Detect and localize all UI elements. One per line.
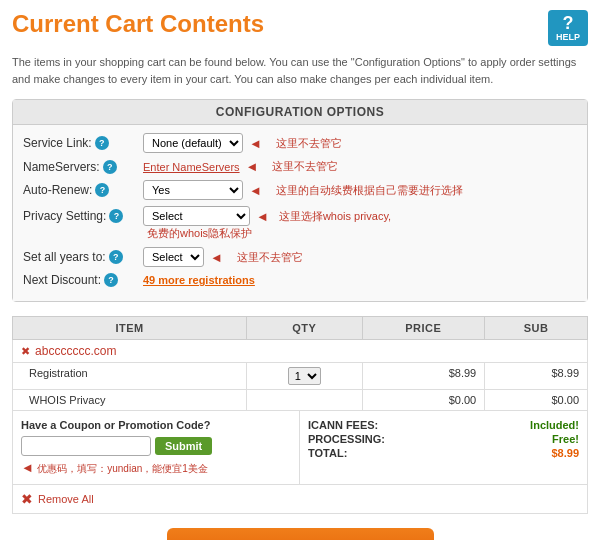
cart-table: ITEM QTY PRICE SUB ✖ abccccccc.com Regis…: [12, 316, 588, 411]
whois-sub: $0.00: [485, 390, 588, 411]
help-icon: ?: [562, 14, 573, 32]
nameservers-annotation: 这里不去管它: [272, 159, 338, 174]
service-link-annotation: 这里不去管它: [276, 136, 342, 151]
config-row-autorenew: Auto-Renew: ? Yes No ◄ 这里的自动续费根据自己需要进行选择: [23, 180, 577, 200]
autorenew-annotation: 这里的自动续费根据自己需要进行选择: [276, 183, 463, 198]
discount-info-icon[interactable]: ?: [104, 273, 118, 287]
summary-section: ICANN FEES: Included! PROCESSING: Free! …: [300, 411, 587, 484]
config-row-nameservers: NameServers: ? Enter NameServers ◄ 这里不去管…: [23, 159, 577, 174]
coupon-title: Have a Coupon or Promotion Code?: [21, 419, 291, 431]
bottom-section: Have a Coupon or Promotion Code? Submit …: [12, 411, 588, 485]
privacy-info-icon[interactable]: ?: [109, 209, 123, 223]
discount-label: Next Discount: ?: [23, 273, 143, 287]
whois-row: WHOIS Privacy $0.00 $0.00: [13, 390, 588, 411]
processing-row: PROCESSING: Free!: [308, 433, 579, 445]
years-label: Set all years to: ?: [23, 250, 143, 264]
registration-qty-select[interactable]: 1 2 3: [288, 367, 321, 385]
processing-value: Free!: [552, 433, 579, 445]
config-section-title: CONFIGURATION OPTIONS: [13, 100, 587, 125]
registration-item: Registration: [13, 363, 247, 390]
privacy-annotation-2: 免费的whois隐私保护: [143, 226, 577, 241]
privacy-arrow: ◄: [256, 209, 269, 224]
page-title: Current Cart Contents: [12, 10, 264, 38]
service-link-select[interactable]: None (default): [143, 133, 243, 153]
coupon-arrow: ◄: [21, 460, 34, 475]
nameservers-info-icon[interactable]: ?: [103, 160, 117, 174]
privacy-label: Privacy Setting: ?: [23, 209, 143, 223]
discount-link[interactable]: 49 more registrations: [143, 274, 255, 286]
registration-price: $8.99: [362, 363, 485, 390]
enter-nameservers-link[interactable]: Enter NameServers: [143, 161, 240, 173]
autorenew-arrow: ◄: [249, 183, 262, 198]
config-row-privacy: Privacy Setting: ? Select None WHOIS Pri…: [23, 206, 577, 226]
privacy-annotation-1: 这里选择whois privacy,: [279, 209, 391, 224]
config-row-service-link: Service Link: ? None (default) ◄ 这里不去管它: [23, 133, 577, 153]
service-link-label: Service Link: ?: [23, 136, 143, 150]
years-arrow: ◄: [210, 250, 223, 265]
nameservers-arrow: ◄: [246, 159, 259, 174]
processing-label: PROCESSING:: [308, 433, 385, 445]
years-select[interactable]: Select 1 2 3: [143, 247, 204, 267]
icann-value: Included!: [530, 419, 579, 431]
config-row-discount: Next Discount: ? 49 more registrations: [23, 273, 577, 287]
coupon-section: Have a Coupon or Promotion Code? Submit …: [13, 411, 300, 484]
icann-row: ICANN FEES: Included!: [308, 419, 579, 431]
privacy-select[interactable]: Select None WHOIS Privacy: [143, 206, 250, 226]
years-info-icon[interactable]: ?: [109, 250, 123, 264]
icann-label: ICANN FEES:: [308, 419, 378, 431]
whois-price: $0.00: [362, 390, 485, 411]
total-row: TOTAL: $8.99: [308, 447, 579, 459]
configuration-options-box: CONFIGURATION OPTIONS Service Link: ? No…: [12, 99, 588, 302]
coupon-submit-button[interactable]: Submit: [155, 437, 212, 455]
coupon-input[interactable]: [21, 436, 151, 456]
col-price: PRICE: [362, 317, 485, 340]
total-value: $8.99: [551, 447, 579, 459]
registration-row: Registration 1 2 3 $8.99 $8.99: [13, 363, 588, 390]
continue-section: CONTINUE -->: [12, 514, 588, 540]
remove-domain-icon[interactable]: ✖: [21, 345, 30, 357]
coupon-annotation: 优惠码，填写：yundian，能便宜1美金: [37, 463, 208, 474]
col-item: ITEM: [13, 317, 247, 340]
remove-all-link[interactable]: Remove All: [38, 493, 94, 505]
help-button[interactable]: ? HELP: [548, 10, 588, 46]
col-qty: QTY: [247, 317, 362, 340]
service-link-arrow: ◄: [249, 136, 262, 151]
config-row-years: Set all years to: ? Select 1 2 3 ◄ 这里不去管…: [23, 247, 577, 267]
service-link-info-icon[interactable]: ?: [95, 136, 109, 150]
remove-all-row: ✖ Remove All: [12, 485, 588, 514]
registration-sub: $8.99: [485, 363, 588, 390]
domain-row: ✖ abccccccc.com: [13, 340, 588, 363]
page-description: The items in your shopping cart can be f…: [12, 54, 588, 87]
years-annotation: 这里不去管它: [237, 250, 303, 265]
autorenew-info-icon[interactable]: ?: [95, 183, 109, 197]
whois-item: WHOIS Privacy: [13, 390, 247, 411]
help-label: HELP: [556, 32, 580, 42]
continue-button[interactable]: CONTINUE -->: [167, 528, 434, 540]
autorenew-select[interactable]: Yes No: [143, 180, 243, 200]
total-label: TOTAL:: [308, 447, 347, 459]
col-sub: SUB: [485, 317, 588, 340]
nameservers-label: NameServers: ?: [23, 160, 143, 174]
autorenew-label: Auto-Renew: ?: [23, 183, 143, 197]
domain-name: abccccccc.com: [35, 344, 116, 358]
remove-all-icon: ✖: [21, 491, 33, 507]
